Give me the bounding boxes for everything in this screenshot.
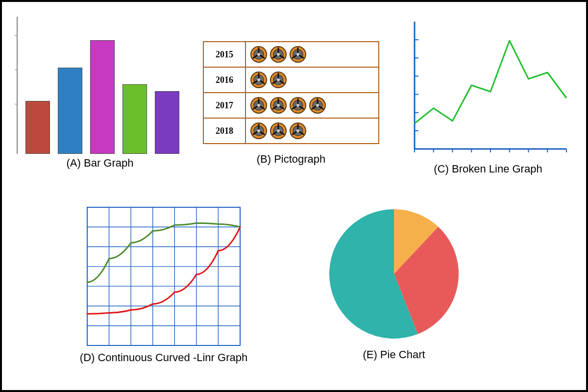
svg-point-41 (277, 104, 280, 107)
pictograph-year: 2016 (203, 67, 245, 93)
bar (155, 91, 179, 154)
bar (90, 40, 115, 154)
propeller-badge-icon (309, 97, 326, 114)
propeller-badge-icon (270, 71, 287, 89)
pictograph-year: 2017 (203, 93, 245, 118)
curved-line-chart (85, 205, 242, 347)
pictograph-row: 2015 (203, 42, 379, 67)
svg-point-29 (277, 78, 280, 81)
propeller-badge-icon (250, 46, 268, 63)
svg-point-23 (257, 78, 260, 81)
pictograph-icons (245, 67, 379, 93)
svg-point-35 (257, 104, 260, 107)
pictograph-year: 2018 (203, 118, 245, 144)
pictograph-row: 2017 (203, 93, 379, 118)
svg-point-59 (257, 129, 260, 132)
propeller-badge-icon (289, 46, 307, 63)
bar (25, 101, 50, 154)
caption-bar-graph: (A) Bar Graph (17, 157, 183, 170)
propeller-badge-icon (250, 97, 268, 114)
bar (58, 68, 82, 154)
pictograph-year: 2015 (203, 42, 245, 67)
panel-broken-line: (C) Broken Line Graph (405, 17, 571, 175)
pictograph-icons (245, 118, 379, 144)
caption-broken-line: (C) Broken Line Graph (405, 163, 571, 175)
caption-pictograph: (B) Pictograph (203, 153, 379, 166)
figure-frame: (A) Bar Graph 2015201620172018 (B) Picto… (0, 0, 588, 392)
caption-pie-chart: (E) Pie Chart (316, 348, 472, 361)
svg-point-71 (296, 129, 299, 132)
pictograph-row: 2016 (203, 67, 379, 93)
pictograph-icons (245, 42, 379, 67)
propeller-badge-icon (270, 97, 287, 114)
pictograph-icons (245, 93, 379, 118)
bar-chart-plot (17, 17, 179, 154)
panel-pictograph: 2015201620172018 (B) Pictograph (203, 41, 379, 166)
propeller-badge-icon (270, 122, 287, 140)
svg-point-5 (257, 53, 260, 56)
pictograph-row: 2018 (203, 118, 379, 144)
broken-line-chart (405, 17, 571, 159)
propeller-badge-icon (250, 122, 268, 140)
svg-point-17 (296, 53, 299, 56)
propeller-badge-icon (250, 71, 268, 89)
panel-pie-chart: (E) Pie Chart (316, 205, 472, 361)
bar (122, 84, 147, 154)
panel-bar-graph: (A) Bar Graph (17, 17, 183, 170)
propeller-badge-icon (289, 122, 307, 140)
propeller-badge-icon (289, 97, 307, 114)
svg-point-47 (296, 104, 299, 107)
svg-point-11 (277, 53, 280, 56)
caption-curved-line: (D) Continuous Curved -Linr Graph (75, 351, 252, 364)
panel-curved-line: (D) Continuous Curved -Linr Graph (85, 205, 247, 364)
pie-chart (320, 205, 467, 343)
svg-point-53 (316, 104, 319, 107)
pictograph-table: 2015201620172018 (203, 41, 379, 144)
svg-point-65 (277, 129, 280, 132)
svg-rect-87 (87, 207, 240, 345)
propeller-badge-icon (270, 46, 287, 63)
